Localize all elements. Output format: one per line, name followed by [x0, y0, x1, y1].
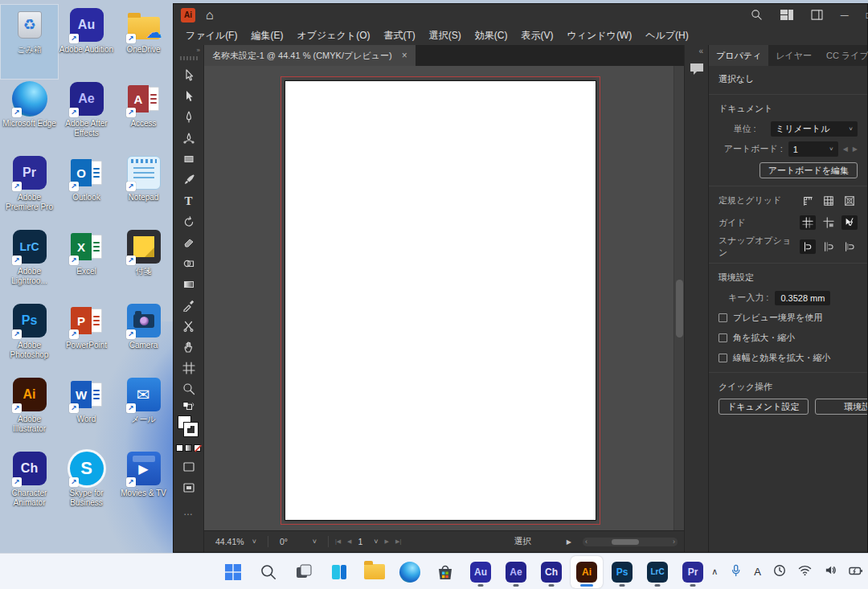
rectangle-tool[interactable] [177, 149, 201, 170]
none-button[interactable] [194, 444, 201, 452]
search-icon[interactable] [751, 9, 763, 21]
screen-mode-icon[interactable] [177, 477, 201, 498]
zoom-tool[interactable] [177, 378, 201, 399]
scissors-tool[interactable] [177, 316, 201, 337]
scroll-left-icon[interactable]: ‹ [585, 538, 588, 546]
widgets-button[interactable] [323, 556, 355, 588]
lock-guides-button[interactable] [821, 215, 837, 230]
arrange-documents-icon[interactable] [780, 10, 793, 20]
previous-artboard-icon[interactable]: ◀ [843, 145, 848, 153]
desktop-icon-illustrator[interactable]: Ai ↗ Adobe Illustrator [1, 374, 58, 448]
scroll-right-icon[interactable]: › [673, 538, 675, 546]
preview-bounds-checkbox[interactable] [719, 313, 727, 322]
scale-corners-row[interactable]: 角を拡大・縮小 [709, 328, 867, 348]
artboard[interactable] [285, 80, 596, 521]
task-view-button[interactable] [288, 556, 320, 588]
vertical-scrollbar[interactable] [674, 66, 684, 530]
artboard-select[interactable]: 1 ˅ [788, 141, 838, 157]
rotate-tool[interactable] [177, 211, 201, 232]
collapse-panels-icon[interactable]: « [698, 45, 708, 55]
taskbar-illustrator[interactable]: Ai [571, 556, 603, 588]
desktop-icon-outlook[interactable]: O ↗ Outlook [58, 153, 115, 227]
battery-icon[interactable] [849, 565, 863, 579]
transparency-grid-button[interactable] [841, 194, 858, 208]
workspace-switcher-icon[interactable] [811, 10, 823, 20]
eyedropper-tool[interactable] [177, 295, 201, 316]
draw-mode-icon[interactable] [177, 456, 201, 477]
taskbar-search-button[interactable] [252, 556, 285, 588]
desktop-icon-onedrive[interactable]: ☁ ↗ OneDrive [115, 5, 172, 79]
desktop-icon-mail[interactable]: ✉ ↗ メール [115, 374, 172, 448]
menu-select[interactable]: 選択(S) [429, 29, 461, 43]
last-artboard-button[interactable]: ▶| [395, 538, 401, 545]
hand-tool[interactable] [177, 337, 201, 358]
desktop-icon-sticky-notes[interactable]: ↗ 付箋 [115, 227, 172, 301]
scale-corners-checkbox[interactable] [719, 333, 727, 342]
eraser-tool[interactable] [177, 232, 201, 253]
toolbar-expand-icon[interactable]: » [174, 47, 203, 54]
menu-help[interactable]: ヘルプ(H) [645, 29, 689, 43]
taskbar-lightroom[interactable]: LrC [641, 556, 674, 588]
preview-bounds-row[interactable]: プレビュー境界を使用 [709, 308, 867, 328]
desktop-icon-photoshop[interactable]: Ps ↗ Adobe Photoshop [1, 301, 58, 374]
desktop-icon-movies-tv[interactable]: ▶ ↗ Movies & TV [115, 448, 172, 522]
menu-view[interactable]: 表示(V) [521, 29, 553, 43]
show-guides-button[interactable] [800, 215, 816, 230]
stroke-swatch[interactable] [184, 423, 198, 436]
desktop-icon-microsoft-edge[interactable]: ↗ Microsoft Edge [1, 79, 58, 153]
edge-button[interactable] [394, 556, 426, 588]
toolbar-grip[interactable] [180, 56, 198, 60]
smart-guides-button[interactable] [841, 215, 858, 230]
taskbar-after-effects[interactable]: Ae [500, 556, 532, 588]
rotation-dropdown[interactable]: 0° ˅ [275, 535, 321, 548]
minimize-button[interactable]: — [841, 10, 849, 19]
desktop-icon-recycle-bin[interactable]: ♻ ごみ箱 [1, 5, 58, 79]
home-icon[interactable]: ⌂ [206, 9, 214, 22]
desktop-icon-lightroom-classic[interactable]: LrC ↗ Adobe Lightroo... [1, 227, 58, 301]
desktop-icon-excel[interactable]: X ↗ Excel [58, 227, 115, 301]
gradient-button[interactable] [185, 444, 192, 452]
horizontal-scrollbar[interactable]: ‹ › [583, 538, 678, 546]
wifi-icon[interactable] [798, 565, 812, 579]
next-artboard-button[interactable]: ▶ [385, 538, 389, 545]
snap-to-grid-button[interactable] [821, 239, 837, 254]
selection-tool[interactable] [177, 65, 201, 86]
ruler-toggle-button[interactable] [800, 194, 816, 208]
desktop-icon-powerpoint[interactable]: P ↗ PowerPoint [58, 301, 115, 374]
direct-selection-tool[interactable] [177, 86, 201, 107]
more-tools-icon[interactable]: … [183, 506, 194, 517]
taskbar-premiere[interactable]: Pr [677, 556, 709, 588]
close-tab-icon[interactable]: × [402, 50, 407, 61]
canvas[interactable] [204, 66, 684, 530]
shape-builder-tool[interactable] [177, 253, 201, 274]
desktop-icon-notepad[interactable]: ↗ Notepad [115, 153, 172, 227]
volume-icon[interactable] [824, 564, 837, 579]
type-tool[interactable]: T [177, 190, 201, 211]
desktop-icon-character-animator[interactable]: Ch ↗ Character Animator [1, 448, 58, 522]
paintbrush-tool[interactable] [177, 170, 201, 190]
desktop-icon-after-effects[interactable]: Ae ↗ Adobe After Effects [58, 79, 115, 153]
file-explorer-button[interactable] [358, 556, 391, 588]
ime-mode-indicator[interactable]: A [754, 566, 761, 578]
taskbar-photoshop[interactable]: Ps [606, 556, 638, 588]
desktop-icon-adobe-audition[interactable]: Au ↗ Adobe Audition [58, 5, 115, 79]
default-colors-icon[interactable] [177, 399, 201, 412]
status-expand-icon[interactable]: ▶ [567, 538, 571, 546]
taskbar-character-animator[interactable]: Ch [535, 556, 567, 588]
color-button[interactable] [176, 444, 183, 452]
comment-icon[interactable] [689, 62, 705, 80]
menu-type[interactable]: 書式(T) [383, 29, 415, 43]
desktop-icon-word[interactable]: W ↗ Word [58, 374, 115, 448]
document-tab[interactable]: 名称未設定-1 @ 44.41 % (CMYK/プレビュー) × [204, 45, 416, 66]
unit-select[interactable]: ミリメートル ˅ [771, 121, 858, 137]
desktop-icon-access[interactable]: A ↗ Access [115, 79, 172, 153]
taskbar-audition[interactable]: Au [465, 556, 497, 588]
curvature-tool[interactable] [177, 128, 201, 149]
preferences-button[interactable]: 環境設定 [815, 399, 867, 415]
start-button[interactable] [217, 556, 249, 588]
snap-to-point-button[interactable] [800, 239, 816, 254]
vertical-scrollbar-thumb[interactable] [676, 280, 683, 337]
desktop-icon-premiere-pro[interactable]: Pr ↗ Adobe Premiere Pro [1, 153, 58, 227]
edit-artboards-button[interactable]: アートボードを編集 [760, 162, 858, 178]
pen-tool[interactable] [177, 107, 201, 128]
